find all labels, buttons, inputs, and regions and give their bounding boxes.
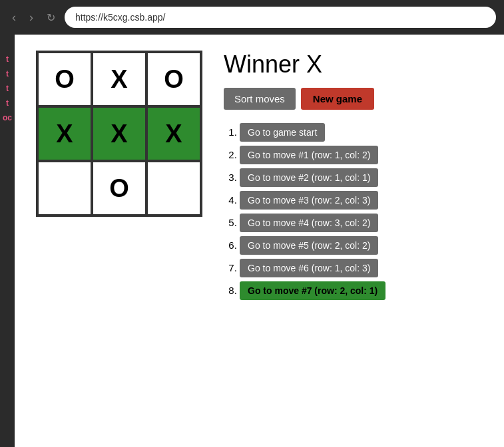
cell-8[interactable]	[146, 161, 201, 216]
right-panel: Winner X Sort moves New game Go to game …	[224, 51, 483, 300]
cell-3[interactable]: X	[37, 106, 92, 161]
cell-4[interactable]: X	[92, 106, 146, 161]
move-button-6[interactable]: Go to move #5 (row: 2, col: 2)	[240, 236, 378, 255]
action-buttons: Sort moves New game	[224, 88, 483, 110]
new-game-button[interactable]: New game	[301, 88, 374, 110]
sidebar-panel: t t t t oc	[0, 35, 15, 447]
list-item: Go to move #7 (row: 2, col: 1)	[240, 281, 483, 300]
sort-moves-button[interactable]: Sort moves	[224, 88, 296, 110]
move-button-5[interactable]: Go to move #4 (row: 3, col: 2)	[240, 214, 378, 232]
game-board: OXOXXXO	[36, 51, 202, 217]
list-item: Go to move #3 (row: 2, col: 3)	[240, 191, 483, 210]
cell-2[interactable]: O	[146, 52, 201, 106]
address-bar[interactable]: https://k5cxg.csb.app/	[65, 7, 496, 28]
back-button[interactable]: ‹	[8, 8, 20, 27]
sidebar-letter-3: t	[6, 84, 9, 93]
move-button-2[interactable]: Go to move #1 (row: 1, col: 2)	[240, 146, 378, 164]
cell-0[interactable]: O	[37, 52, 92, 106]
move-button-7[interactable]: Go to move #6 (row: 1, col: 3)	[240, 259, 378, 277]
move-button-4[interactable]: Go to move #3 (row: 2, col: 3)	[240, 191, 378, 210]
cell-7[interactable]: O	[92, 161, 146, 216]
list-item: Go to move #2 (row: 1, col: 1)	[240, 168, 483, 187]
list-item: Go to move #4 (row: 3, col: 2)	[240, 214, 483, 232]
url-text: https://k5cxg.csb.app/	[75, 12, 165, 23]
browser-chrome: ‹ › ↻ https://k5cxg.csb.app/	[0, 0, 504, 35]
board-container: OXOXXXO	[36, 51, 202, 217]
cell-6[interactable]	[37, 161, 92, 216]
main-content: OXOXXXO Winner X Sort moves New game Go …	[15, 35, 504, 447]
move-button-3[interactable]: Go to move #2 (row: 1, col: 1)	[240, 168, 378, 187]
list-item: Go to move #6 (row: 1, col: 3)	[240, 259, 483, 277]
winner-title: Winner X	[224, 51, 483, 78]
reload-button[interactable]: ↻	[43, 9, 59, 27]
cell-1[interactable]: X	[92, 52, 146, 106]
list-item: Go to move #5 (row: 2, col: 2)	[240, 236, 483, 255]
cell-5[interactable]: X	[146, 106, 201, 161]
sidebar-letter-5: oc	[3, 113, 12, 122]
forward-button[interactable]: ›	[25, 8, 37, 27]
list-item: Go to move #1 (row: 1, col: 2)	[240, 146, 483, 164]
moves-list: Go to game startGo to move #1 (row: 1, c…	[224, 123, 483, 300]
sidebar-letter-4: t	[6, 98, 9, 108]
list-item: Go to game start	[240, 123, 483, 142]
move-button-1[interactable]: Go to game start	[240, 123, 325, 142]
sidebar-letter-1: t	[6, 55, 9, 64]
sidebar-letter-2: t	[6, 69, 9, 78]
move-button-8[interactable]: Go to move #7 (row: 2, col: 1)	[240, 281, 385, 300]
